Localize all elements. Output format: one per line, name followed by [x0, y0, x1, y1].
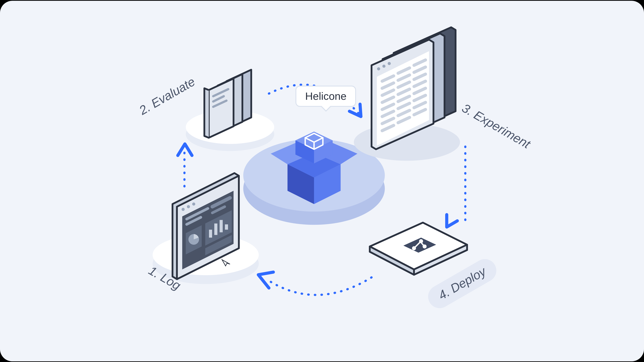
log-node — [152, 173, 259, 284]
workflow-diagram: 1. Log 2. Evaluate 3. Experiment 4. Depl… — [0, 1, 644, 362]
deploy-card-icon — [370, 223, 467, 275]
svg-point-7 — [188, 234, 199, 245]
deploy-node — [370, 223, 467, 275]
experiment-node — [354, 27, 460, 161]
diagram-svg — [0, 1, 644, 362]
evaluate-node — [186, 70, 274, 151]
center-tooltip: Helicone — [296, 85, 356, 107]
dashboard-monitor-icon — [172, 173, 239, 279]
center-tooltip-text: Helicone — [305, 90, 346, 102]
